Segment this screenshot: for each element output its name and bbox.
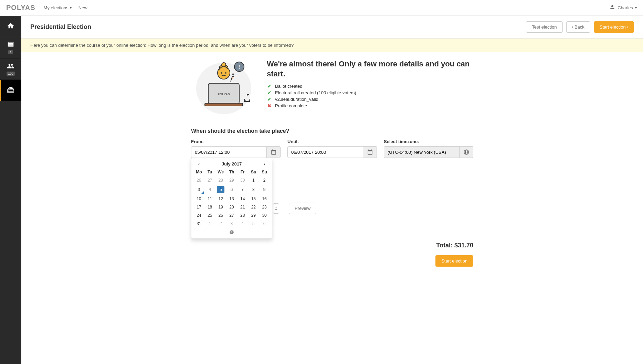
user-menu[interactable]: Charles ▾ bbox=[609, 4, 637, 11]
hero-illustration: POLYAS ! bbox=[191, 59, 256, 114]
dp-day[interactable]: 27 bbox=[226, 211, 237, 220]
preview-button[interactable]: Preview bbox=[289, 203, 316, 214]
dp-day[interactable]: 5 bbox=[248, 220, 259, 228]
dp-day[interactable]: 3 bbox=[193, 184, 204, 195]
dp-dow-cell: Su bbox=[259, 168, 270, 176]
ballot-badge: 1 bbox=[8, 50, 13, 54]
ballot-box-icon bbox=[7, 86, 14, 95]
dp-day[interactable]: 26 bbox=[215, 211, 226, 220]
topbar: POLYAS My elections ▾ New Charles ▾ bbox=[0, 0, 643, 16]
home-icon bbox=[7, 22, 14, 31]
dp-day[interactable]: 1 bbox=[204, 220, 215, 228]
test-election-button[interactable]: Test election bbox=[526, 21, 562, 33]
globe-icon[interactable] bbox=[460, 146, 473, 158]
sidebar-item-ballot[interactable]: 1 bbox=[0, 37, 21, 58]
checklist-label: v2.seal.duration_valid bbox=[275, 97, 318, 102]
schedule-section: When should the election take place? Fro… bbox=[191, 128, 473, 214]
until-input[interactable] bbox=[287, 146, 363, 158]
caret-up-icon: ▲ bbox=[275, 206, 277, 208]
dp-day[interactable]: 2 bbox=[215, 220, 226, 228]
start-election-button-bottom[interactable]: Start election bbox=[435, 255, 473, 267]
sidebar-item-home[interactable] bbox=[0, 16, 21, 37]
dp-month[interactable]: July 2017 bbox=[222, 161, 242, 167]
group-icon bbox=[7, 62, 14, 71]
dp-day[interactable]: 19 bbox=[215, 203, 226, 211]
start-label: Start election bbox=[600, 24, 626, 30]
dp-day[interactable]: 31 bbox=[193, 220, 204, 228]
page-title: Presidential Election bbox=[30, 23, 91, 31]
checklist-label: Profile complete bbox=[275, 103, 307, 108]
dp-day[interactable]: 29 bbox=[226, 176, 237, 184]
calendar-icon[interactable] bbox=[267, 146, 281, 158]
stepper-button[interactable]: ▲ ▼ bbox=[273, 203, 279, 214]
dp-dow-cell: We bbox=[215, 168, 226, 176]
nav-my-elections[interactable]: My elections ▾ bbox=[44, 5, 72, 10]
dp-day[interactable]: 14 bbox=[237, 195, 248, 203]
svg-point-5 bbox=[221, 72, 222, 74]
dp-day[interactable]: 4 bbox=[204, 184, 215, 195]
dp-day[interactable]: 13 bbox=[226, 195, 237, 203]
dp-dow-cell: Sa bbox=[248, 168, 259, 176]
from-label: From: bbox=[191, 139, 281, 144]
dp-day[interactable]: 21 bbox=[237, 203, 248, 211]
hero-heading: We're almost there! Only a few more deta… bbox=[267, 59, 473, 79]
dp-day[interactable]: 30 bbox=[259, 211, 270, 220]
total-text: Total: $31.70 bbox=[435, 242, 473, 249]
dp-day[interactable]: 6 bbox=[226, 184, 237, 195]
svg-rect-2 bbox=[205, 103, 243, 106]
tz-input-group bbox=[384, 146, 473, 158]
list-icon bbox=[7, 41, 14, 50]
dp-day[interactable]: 30 bbox=[237, 176, 248, 184]
dp-day[interactable]: 11 bbox=[204, 195, 215, 203]
dp-time-toggle[interactable] bbox=[193, 228, 270, 236]
dp-day[interactable]: 16 bbox=[259, 195, 270, 203]
dp-day[interactable]: 17 bbox=[193, 203, 204, 211]
dp-day[interactable]: 24 bbox=[193, 211, 204, 220]
dp-day[interactable]: 29 bbox=[248, 211, 259, 220]
dp-day[interactable]: 8 bbox=[248, 184, 259, 195]
dp-day[interactable]: 3 bbox=[226, 220, 237, 228]
checklist-label: Electoral roll created (100 eligible vot… bbox=[275, 90, 356, 95]
dp-day[interactable]: 9 bbox=[259, 184, 270, 195]
dp-day[interactable]: 15 bbox=[248, 195, 259, 203]
dp-day[interactable]: 20 bbox=[226, 203, 237, 211]
tz-column: Select timezone: bbox=[384, 139, 473, 158]
dp-day[interactable]: 1 bbox=[248, 176, 259, 184]
svg-point-6 bbox=[225, 72, 226, 74]
dp-day[interactable]: 28 bbox=[237, 211, 248, 220]
check-icon: ✔ bbox=[267, 97, 272, 102]
dp-day[interactable]: 6 bbox=[259, 220, 270, 228]
dp-day[interactable]: 25 bbox=[204, 211, 215, 220]
from-column: From: ‹ July 2017 › bbox=[191, 139, 281, 158]
dp-day[interactable]: 22 bbox=[248, 203, 259, 211]
page-header: Presidential Election Test election ‹ Ba… bbox=[21, 16, 643, 39]
dp-next[interactable]: › bbox=[261, 161, 268, 167]
dp-day[interactable]: 4 bbox=[237, 220, 248, 228]
dp-day[interactable]: 7 bbox=[237, 184, 248, 195]
dp-day[interactable]: 27 bbox=[204, 176, 215, 184]
dp-prev[interactable]: ‹ bbox=[196, 161, 202, 167]
dp-day[interactable]: 26 bbox=[193, 176, 204, 184]
start-election-button[interactable]: Start election › bbox=[594, 21, 634, 33]
dp-day[interactable]: 12 bbox=[215, 195, 226, 203]
dp-day[interactable]: 5 bbox=[215, 184, 226, 195]
info-bar: Here you can determine the course of you… bbox=[21, 39, 643, 52]
dp-day[interactable]: 2 bbox=[259, 176, 270, 184]
chevron-down-icon: ▾ bbox=[635, 6, 637, 10]
dp-day[interactable]: 18 bbox=[204, 203, 215, 211]
from-input-group bbox=[191, 146, 281, 158]
back-button[interactable]: ‹ Back bbox=[566, 21, 590, 33]
until-column: Until: bbox=[287, 139, 377, 158]
sidebar-item-seal[interactable] bbox=[0, 80, 21, 101]
nav-new[interactable]: New bbox=[78, 5, 87, 10]
dp-day[interactable]: 28 bbox=[215, 176, 226, 184]
tz-input[interactable] bbox=[384, 146, 460, 158]
until-label: Until: bbox=[287, 139, 377, 144]
from-input[interactable] bbox=[191, 146, 267, 158]
dp-day[interactable]: 23 bbox=[259, 203, 270, 211]
calendar-icon[interactable] bbox=[363, 146, 377, 158]
sidebar-item-voters[interactable]: 100 bbox=[0, 58, 21, 80]
check-icon: ✔ bbox=[267, 90, 272, 95]
dp-day[interactable]: 10 bbox=[193, 195, 204, 203]
datepicker: ‹ July 2017 › MoTuWeThFrSaSu 26272829301… bbox=[191, 158, 272, 239]
